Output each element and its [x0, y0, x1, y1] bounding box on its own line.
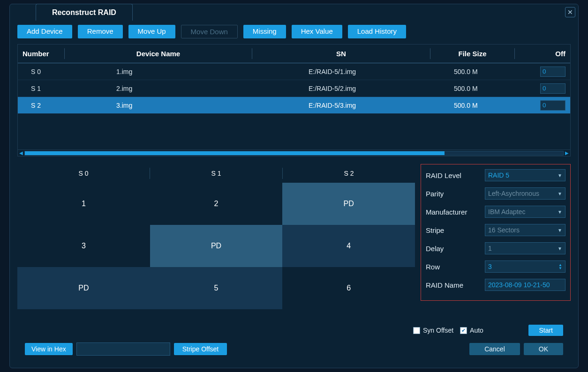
- chevron-down-icon: ▼: [558, 228, 562, 233]
- cell-off: [515, 100, 570, 110]
- spin-down-icon[interactable]: ▼: [558, 267, 562, 270]
- matrix-cell: 3: [17, 225, 150, 267]
- row-label: Row: [426, 263, 482, 271]
- scroll-right-icon[interactable]: ▶: [564, 150, 570, 156]
- device-table: Number Device Name SN File Size Off S 01…: [17, 44, 571, 156]
- cell-off: [515, 83, 570, 93]
- add-device-button[interactable]: Add Device: [17, 25, 72, 38]
- raid-level-label: RAID Level: [426, 171, 482, 179]
- raid-params-panel: RAID Level RAID 5▼ Parity Left-Asychrono…: [421, 164, 571, 301]
- table-row[interactable]: S 01.imgE:/RAID-5/1.img500.0 M: [18, 63, 570, 80]
- off-input[interactable]: [540, 83, 565, 94]
- syn-offset-checkbox[interactable]: [413, 327, 420, 334]
- window-title: Reconstruct RAID: [36, 4, 133, 21]
- manufacturer-label: Manufacturer: [426, 208, 482, 216]
- cell-device: 2.img: [65, 83, 252, 93]
- options-row: Syn Offset Auto Start: [413, 325, 563, 336]
- delay-select[interactable]: 1▼: [485, 242, 565, 254]
- stripe-offset-button[interactable]: Stripe Offset: [174, 343, 227, 355]
- scroll-left-icon[interactable]: ◀: [18, 150, 24, 156]
- off-input[interactable]: [540, 67, 565, 77]
- cell-number: S 2: [18, 100, 65, 110]
- close-icon[interactable]: ✕: [565, 7, 575, 17]
- matrix-header: S 0: [17, 168, 150, 179]
- hex-input[interactable]: [76, 342, 170, 356]
- view-in-hex-button[interactable]: View in Hex: [25, 343, 73, 355]
- header-sn: SN: [252, 48, 430, 59]
- auto-label: Auto: [470, 327, 483, 334]
- cell-off: [515, 67, 570, 76]
- raid-name-label: RAID Name: [426, 281, 482, 289]
- parity-select[interactable]: Left-Asychronous▼: [485, 187, 565, 200]
- matrix-header: S 2: [283, 168, 415, 179]
- chevron-down-icon: ▼: [558, 173, 562, 178]
- cell-device: 1.img: [65, 67, 252, 76]
- auto-checkbox[interactable]: [460, 327, 467, 334]
- table-row[interactable]: S 12.imgE:/RAID-5/2.img500.0 M: [18, 80, 570, 97]
- cell-number: S 0: [18, 67, 65, 76]
- cell-size: 500.0 M: [430, 100, 515, 110]
- cell-number: S 1: [18, 83, 65, 93]
- matrix-cell: PD: [282, 183, 415, 225]
- load-history-button[interactable]: Load History: [348, 25, 406, 38]
- stripe-select[interactable]: 16 Sectors▼: [485, 224, 565, 236]
- cell-size: 500.0 M: [430, 67, 515, 76]
- cancel-button[interactable]: Cancel: [469, 343, 520, 355]
- table-header: Number Device Name SN File Size Off: [18, 45, 570, 63]
- horizontal-scrollbar[interactable]: ◀ ▶: [18, 149, 570, 156]
- chevron-down-icon: ▼: [558, 209, 562, 215]
- chevron-down-icon: ▼: [558, 191, 562, 196]
- syn-offset-label: Syn Offset: [423, 327, 453, 334]
- remove-button[interactable]: Remove: [78, 25, 123, 38]
- manufacturer-select[interactable]: IBM Adaptec▼: [485, 206, 565, 218]
- matrix-cell: 5: [150, 267, 283, 309]
- table-row[interactable]: S 23.imgE:/RAID-5/3.img500.0 M: [18, 97, 570, 114]
- header-size: File Size: [430, 48, 515, 59]
- matrix-cell: 4: [282, 225, 415, 267]
- cell-size: 500.0 M: [430, 83, 515, 93]
- matrix-cell: 2: [150, 183, 283, 225]
- stripe-label: Stripe: [426, 226, 482, 234]
- cell-device: 3.img: [65, 100, 252, 110]
- matrix-cell: PD: [17, 267, 150, 309]
- delay-label: Delay: [426, 245, 482, 253]
- parity-label: Parity: [426, 190, 482, 198]
- raid-level-select[interactable]: RAID 5▼: [485, 169, 565, 181]
- start-button[interactable]: Start: [528, 325, 563, 336]
- header-number: Number: [18, 48, 65, 59]
- move-up-button[interactable]: Move Up: [128, 25, 175, 38]
- matrix-header: S 1: [150, 168, 283, 179]
- matrix-cell: PD: [150, 225, 283, 267]
- cell-sn: E:/RAID-5/2.img: [252, 83, 430, 93]
- cell-sn: E:/RAID-5/3.img: [252, 100, 430, 110]
- footer-bar: View in Hex Stripe Offset Cancel OK: [25, 342, 563, 356]
- header-off: Off: [515, 48, 570, 59]
- move-down-button[interactable]: Move Down: [181, 25, 238, 38]
- cell-sn: E:/RAID-5/1.img: [252, 67, 430, 76]
- toolbar: Add Device Remove Move Up Move Down Miss…: [17, 25, 571, 38]
- matrix-cell: 1: [17, 183, 150, 225]
- hex-value-button[interactable]: Hex Value: [292, 25, 342, 38]
- raid-name-input[interactable]: 2023-08-09 10-21-50: [485, 279, 565, 291]
- reconstruct-raid-window: Reconstruct RAID ✕ Add Device Remove Mov…: [9, 4, 579, 368]
- missing-button[interactable]: Missing: [243, 25, 286, 38]
- row-spinner[interactable]: 3 ▲▼: [485, 260, 565, 273]
- matrix-cell: 6: [282, 267, 415, 309]
- chevron-down-icon: ▼: [558, 246, 562, 251]
- raid-matrix: S 0S 1S 2 12PD3PD4PD56: [17, 164, 415, 309]
- off-input[interactable]: [540, 100, 565, 111]
- header-device: Device Name: [65, 48, 252, 59]
- ok-button[interactable]: OK: [524, 343, 563, 355]
